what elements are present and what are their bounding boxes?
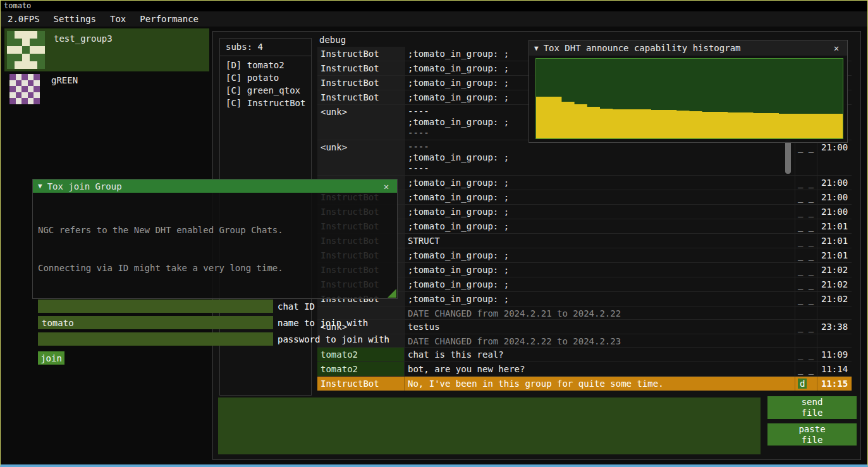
- paste-file-button[interactable]: paste file: [767, 423, 857, 446]
- message-cell: ;tomato_in_group: ;: [404, 277, 795, 291]
- time-cell: 21:02: [817, 292, 852, 306]
- menu-item-performance[interactable]: Performance: [133, 11, 205, 27]
- chat-debug-header[interactable]: debug: [319, 35, 346, 45]
- group-item-green[interactable]: gREEN: [4, 71, 209, 108]
- histogram-window: ▼ Tox DHT announce capability histogram …: [529, 40, 848, 143]
- flags-cell: _ _: [795, 219, 817, 233]
- join-desc-line2: Connecting via ID might take a very long…: [38, 262, 392, 274]
- sender-cell: InstructBot: [317, 61, 404, 75]
- chat-scrollbar[interactable]: [785, 140, 791, 174]
- date-separator-row: DATE CHANGED from 2024.2.22 to 2024.2.23: [317, 334, 852, 348]
- time-cell: 21:01: [817, 234, 852, 248]
- flags-cell: _ _: [795, 248, 817, 262]
- group-avatar: [9, 74, 40, 104]
- time-cell: 21:02: [817, 277, 852, 291]
- join-button[interactable]: join: [38, 351, 64, 365]
- sender-cell: <unk>: [317, 140, 404, 175]
- chat-message-row[interactable]: tomato2chat is this real?_ _11:09: [317, 348, 852, 362]
- join-field-chat-id[interactable]: [38, 300, 273, 313]
- group-name: gREEN: [51, 75, 78, 108]
- time-cell: 21:00: [817, 140, 852, 175]
- flags-cell: [795, 306, 817, 319]
- chat-message-row[interactable]: tomato2bot, are you new here?_ _11:14: [317, 362, 852, 377]
- join-field-row: name to join with: [38, 316, 392, 329]
- close-icon[interactable]: ✕: [381, 181, 392, 191]
- join-field-row: chat ID: [38, 300, 392, 313]
- flags-cell: _ _: [795, 348, 817, 361]
- group-name: test_group3: [54, 33, 113, 71]
- message-cell: ;tomato_in_group: ;: [404, 190, 795, 204]
- member-item[interactable]: [C] potato: [220, 71, 311, 84]
- delivered-badge: d: [798, 379, 807, 389]
- app-window: tomato 2.0FPSSettingsToxPerformance test…: [0, 0, 868, 467]
- member-item[interactable]: [D] tomato2: [220, 59, 311, 71]
- menu-item-tox[interactable]: Tox: [103, 11, 133, 27]
- send-file-button[interactable]: send file: [767, 396, 857, 419]
- time-cell: 21:01: [817, 248, 852, 262]
- sender-cell: InstructBot: [317, 76, 404, 90]
- menu-item-settings[interactable]: Settings: [47, 11, 103, 27]
- collapse-arrow-icon[interactable]: ▼: [38, 182, 42, 190]
- time-cell: 11:15: [817, 377, 852, 391]
- time-cell: 23:38: [817, 320, 852, 334]
- flags-cell: _ _: [795, 362, 817, 376]
- time-cell: 21:00: [817, 205, 852, 219]
- message-cell: ;tomato_in_group: ;: [404, 263, 795, 277]
- join-field-password-to-join-with[interactable]: [38, 332, 273, 346]
- time-cell: [817, 306, 852, 319]
- message-cell: STRUCT: [404, 234, 795, 248]
- join-field-label: password to join with: [278, 334, 389, 344]
- resize-grip[interactable]: [388, 289, 396, 298]
- sender-cell: <unk>: [317, 105, 404, 140]
- flags-cell: _ _: [795, 277, 817, 291]
- message-cell: ;tomato_in_group: ;: [404, 248, 795, 262]
- message-cell: ---- ;tomato_in_group: ; ----: [404, 140, 795, 175]
- chat-message-row[interactable]: InstructBotNo, I've been in this group f…: [317, 377, 852, 391]
- flags-cell: _ _: [795, 140, 817, 175]
- time-cell: 21:02: [817, 263, 852, 277]
- join-field-label: name to join with: [278, 318, 368, 328]
- member-item[interactable]: [C] green_qtox: [220, 84, 311, 97]
- histogram-window-titlebar[interactable]: ▼ Tox DHT announce capability histogram …: [529, 40, 847, 56]
- join-fields: chat IDname to join withpassword to join…: [38, 300, 392, 346]
- member-item[interactable]: [C] InstructBot: [220, 97, 311, 109]
- flags-cell: _ _: [795, 234, 817, 248]
- message-cell: ;tomato_in_group: ;: [404, 292, 795, 306]
- chat-message-row[interactable]: <unk>testus_ _23:38: [317, 320, 852, 334]
- message-cell: chat is this real?: [404, 348, 795, 361]
- join-group-window: ▼ Tox join Group ✕ NGC refers to the New…: [32, 179, 398, 299]
- histogram-window-title: Tox DHT announce capability histogram: [544, 43, 826, 53]
- os-titlebar: tomato: [1, 1, 867, 11]
- message-cell: ;tomato_in_group: ;: [404, 205, 795, 219]
- message-input[interactable]: [218, 397, 761, 454]
- time-cell: 21:00: [817, 190, 852, 204]
- histogram-plot-svg: [536, 59, 843, 138]
- message-cell: ;tomato_in_group: ;: [404, 219, 795, 233]
- flags-cell: _ _: [795, 292, 817, 306]
- flags-cell: _ _: [795, 190, 817, 204]
- sender-cell: InstructBot: [317, 377, 404, 391]
- message-cell: ;tomato_in_group: ;: [404, 176, 795, 190]
- join-field-name-to-join-with[interactable]: [38, 316, 273, 329]
- chat-message-row[interactable]: <unk>---- ;tomato_in_group: ; ----_ _21:…: [317, 140, 852, 176]
- members-header: subs: 4: [220, 39, 311, 56]
- menu-bar: 2.0FPSSettingsToxPerformance: [1, 11, 867, 27]
- date-separator-row: DATE CHANGED from 2024.2.21 to 2024.2.22: [317, 306, 852, 320]
- group-avatar: [7, 31, 45, 69]
- members-list: [D] tomato2[C] potato[C] green_qtox[C] I…: [220, 56, 311, 109]
- menu-item-2-0fps: 2.0FPS: [1, 11, 47, 27]
- group-item-test-group3[interactable]: test_group3: [4, 28, 209, 71]
- time-cell: 21:01: [817, 219, 852, 233]
- time-cell: 11:14: [817, 362, 852, 376]
- sender-cell: InstructBot: [317, 47, 404, 61]
- join-window-titlebar[interactable]: ▼ Tox join Group ✕: [33, 179, 397, 193]
- join-window-body: NGC refers to the New DHT enabled Group …: [33, 193, 397, 298]
- collapse-arrow-icon[interactable]: ▼: [534, 44, 539, 52]
- date-changed-text: DATE CHANGED from 2024.2.21 to 2024.2.22: [404, 306, 795, 319]
- join-field-row: password to join with: [38, 332, 392, 346]
- message-cell: No, I've been in this group for quite so…: [404, 377, 795, 391]
- flags-cell: _ _: [795, 176, 817, 190]
- close-icon[interactable]: ✕: [831, 43, 842, 53]
- histogram-plot: [535, 58, 843, 139]
- flags-cell: _ _: [795, 205, 817, 219]
